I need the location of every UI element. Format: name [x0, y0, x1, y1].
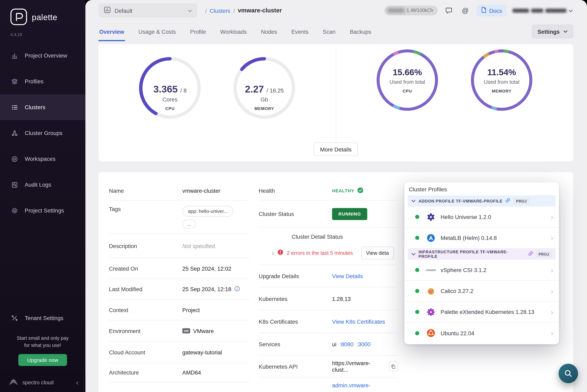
chevron-right-icon: ›	[551, 287, 553, 295]
info-icon[interactable]	[234, 286, 240, 292]
sidebar-item-profiles[interactable]: Profiles	[0, 68, 86, 94]
created-on-value: 25 Sep 2024, 12:02	[182, 265, 231, 272]
context-value: Project	[182, 306, 200, 313]
sidebar: palette 4.4.19 Project Overview Profiles…	[0, 0, 86, 392]
docs-button[interactable]: Docs	[476, 4, 507, 16]
infrastructure-profile-section-header[interactable]: INFRASTRUCTURE PROFILE TF-VMWARE-PROFILE…	[408, 248, 555, 260]
sidebar-item-label: Profiles	[25, 78, 43, 84]
profile-item-metallb[interactable]: MetalLB (Helm) 0.14.8 ›	[405, 228, 558, 248]
breadcrumb-clusters-link[interactable]: Clusters	[210, 7, 230, 14]
last-modified-value: 25 Sep 2024, 12:18	[182, 286, 231, 292]
gear-icon	[11, 207, 19, 214]
addon-profile-section-header[interactable]: ADDON PROFILE TF-VMWARE-PROFILE PROJ	[408, 196, 555, 206]
copy-icon[interactable]	[389, 362, 398, 371]
clusters-icon	[11, 104, 19, 111]
tag-chip[interactable]: app: hello-univer...	[182, 206, 233, 216]
sidebar-item-cluster-groups[interactable]: Cluster Groups	[0, 120, 86, 146]
memory-gauge: 2.27 / 16.25 Gb MEMORY	[233, 56, 296, 120]
sidebar-item-label: Clusters	[25, 104, 45, 110]
usage-credit-badge[interactable]: 1.49/100kCh	[384, 6, 437, 16]
service-port-8080-link[interactable]: :8080	[339, 341, 353, 347]
user-menu[interactable]	[512, 7, 573, 14]
sidebar-brand-bar: spectro cloud ‹	[0, 373, 86, 392]
sidebar-item-project-overview[interactable]: Project Overview	[0, 43, 86, 68]
tab-backups[interactable]: Backups	[349, 24, 372, 41]
profile-item-calico[interactable]: Calico 3.27.2 ›	[405, 280, 558, 302]
palette-logo-icon	[10, 8, 28, 27]
chevron-right-icon: ›	[551, 234, 553, 242]
sidebar-item-project-settings[interactable]: Project Settings	[0, 198, 86, 224]
project-selector-dropdown[interactable]: Default	[99, 4, 197, 17]
sidebar-item-clusters[interactable]: Clusters	[0, 94, 86, 120]
profile-item-palette-extended-kubernetes[interactable]: Palette eXtended Kubernetes 1.28.13 ›	[405, 302, 558, 322]
target-icon	[11, 155, 19, 163]
service-port-3000-link[interactable]: :3000	[357, 341, 371, 347]
spectro-cloud-logo-icon	[8, 378, 19, 387]
environment-value: VMware	[193, 328, 214, 334]
tab-nodes[interactable]: Nodes	[260, 24, 278, 41]
sidebar-item-tenant-settings[interactable]: Tenant Settings	[0, 305, 86, 331]
tab-events[interactable]: Events	[291, 24, 309, 41]
app-window: palette 4.4.19 Project Overview Profiles…	[0, 0, 587, 392]
tag-more-chip[interactable]: ...	[182, 220, 196, 228]
status-dot	[415, 215, 419, 219]
status-dot	[415, 331, 419, 335]
view-details-button[interactable]: View deta	[361, 247, 394, 260]
collapse-sidebar-icon[interactable]: ‹	[76, 379, 79, 386]
sidebar-footer: Tenant Settings Start small and only pay…	[0, 305, 86, 392]
tab-bar: Overview Usage & Costs Profile Workloads…	[86, 21, 587, 41]
vmware-logo-icon: vmware	[426, 268, 436, 272]
status-dot	[415, 268, 419, 272]
mention-icon[interactable]: @	[460, 5, 471, 16]
k8s-certificates-link[interactable]: View K8s Certificates	[332, 318, 385, 324]
expand-chevron-icon[interactable]: ›	[272, 250, 274, 256]
app-version: 4.4.19	[0, 27, 86, 43]
chevron-right-icon: ›	[551, 330, 553, 337]
more-details-button[interactable]: More Details	[314, 142, 358, 156]
chevron-down-icon	[188, 7, 192, 14]
chat-icon[interactable]	[444, 5, 454, 16]
profile-item-ubuntu[interactable]: Ubuntu 22.04 ›	[405, 323, 558, 344]
cluster-name-value: vmware-cluster	[182, 188, 220, 194]
description-value: Not specified.	[182, 243, 216, 249]
tab-scan[interactable]: Scan	[322, 24, 336, 41]
cpu-usage-donut: 15.66% Used from total CPU	[375, 48, 439, 112]
sidebar-item-audit-logs[interactable]: Audit Logs	[0, 172, 86, 198]
cloud-account-value: gateway-tutorial	[182, 349, 222, 355]
layers-icon	[11, 78, 19, 85]
chevron-right-icon: ›	[551, 308, 553, 316]
sidebar-nav: Project Overview Profiles Clusters Clust…	[0, 43, 86, 224]
calico-icon	[426, 286, 436, 296]
tab-profile[interactable]: Profile	[189, 24, 207, 41]
metallb-icon	[426, 234, 436, 242]
chevron-right-icon: ›	[551, 266, 553, 274]
chart-icon	[11, 52, 19, 59]
project-chart-icon	[104, 6, 111, 15]
cpu-cores-gauge: 3.365 / 8 Cores CPU	[138, 56, 202, 120]
status-dot	[415, 310, 419, 314]
chevron-down-icon	[411, 253, 415, 255]
admin-link-partial[interactable]: admin.vmware-	[332, 382, 371, 388]
profile-item-vsphere-csi[interactable]: vmware vSphere CSI 3.1.2 ›	[405, 260, 558, 280]
cluster-status-badge: RUNNING	[332, 208, 367, 220]
status-dot	[415, 236, 419, 240]
brand-name: spectro cloud	[22, 380, 76, 385]
upgrade-promo-text: Start small and only pay for what you us…	[0, 331, 86, 354]
search-fab-button[interactable]	[558, 364, 578, 383]
settings-button[interactable]: Settings	[532, 24, 573, 38]
tab-workloads[interactable]: Workloads	[219, 24, 247, 41]
document-icon	[481, 7, 487, 14]
tab-usage-costs[interactable]: Usage & Costs	[138, 24, 177, 41]
chevron-right-icon: ›	[551, 213, 553, 220]
details-right-column: Health HEALTHY Cluster Status RUNNING Cl…	[259, 181, 398, 392]
chevron-down-icon	[563, 30, 567, 33]
pxk-icon	[426, 308, 436, 316]
upgrade-details-link[interactable]: View Details	[332, 273, 363, 279]
ubuntu-icon	[426, 328, 436, 338]
blurred-username	[545, 8, 566, 12]
upgrade-now-button[interactable]: Upgrade now	[18, 354, 67, 366]
profile-item-hello-universe[interactable]: Hello Universe 1.2.0 ›	[405, 206, 558, 228]
sidebar-item-workspaces[interactable]: Workspaces	[0, 146, 86, 172]
health-status-badge: HEALTHY	[332, 187, 364, 194]
tab-overview[interactable]: Overview	[99, 24, 125, 41]
